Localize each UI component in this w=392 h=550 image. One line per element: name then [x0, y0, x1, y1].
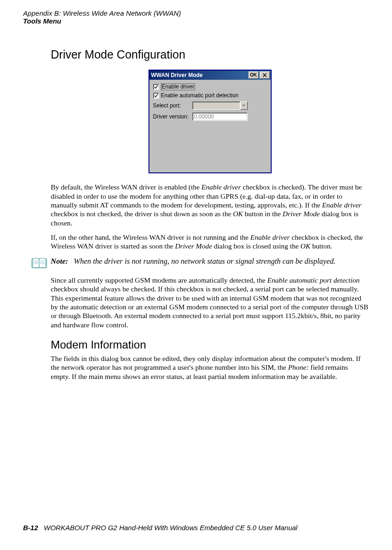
check-icon	[154, 85, 158, 89]
dialog-wwan-driver-mode: WWAN Driver Mode OK Enable driver	[148, 70, 272, 173]
enable-driver-label: Enable driver	[161, 83, 196, 90]
enable-auto-port-checkbox[interactable]	[153, 93, 159, 99]
close-icon	[263, 73, 267, 77]
header-subtitle: Tools Menu	[23, 17, 369, 25]
paragraph-modem-info: The fields in this dialog box cannot be …	[51, 354, 369, 381]
note-text: When the driver is not running, no netwo…	[74, 257, 336, 266]
chevron-down-icon	[242, 105, 245, 106]
paragraph-driver-not-running: If, on the other hand, the Wireless WAN …	[51, 233, 369, 251]
svg-marker-0	[242, 105, 245, 106]
heading-modem-info: Modem Information	[51, 338, 369, 351]
paragraph-driver-default: By default, the Wireless WAN driver is e…	[51, 183, 369, 227]
footer: B-12 WORKABOUT PRO G2 Hand-Held With Win…	[23, 524, 297, 532]
check-icon	[154, 94, 158, 98]
select-port-dropdown[interactable]	[192, 101, 248, 110]
dialog-title: WWAN Driver Mode	[151, 72, 248, 78]
driver-version-value: 0.00000	[192, 112, 248, 121]
paragraph-auto-detect: Since all currently supported GSM modems…	[51, 276, 369, 329]
dialog-close-button[interactable]	[260, 71, 270, 79]
note-label: Note:	[51, 257, 68, 266]
footer-text: WORKABOUT PRO G2 Hand-Held With Windows …	[44, 524, 297, 532]
select-port-label: Select port:	[153, 102, 192, 109]
header-appendix: Appendix B: Wireless Wide Area Network (…	[23, 9, 369, 17]
dropdown-arrow-button[interactable]	[240, 101, 248, 110]
dialog-ok-button[interactable]: OK	[249, 71, 259, 79]
enable-driver-checkbox[interactable]	[153, 84, 159, 90]
note-block: Note: When the driver is not running, no…	[31, 256, 369, 269]
dialog-titlebar: WWAN Driver Mode OK	[149, 71, 271, 80]
driver-version-label: Driver version:	[153, 113, 192, 120]
heading-driver-mode: Driver Mode Configuration	[51, 48, 369, 61]
book-icon	[31, 257, 47, 269]
enable-auto-port-label: Enable automatic port detection	[161, 92, 239, 99]
page-number: B-12	[23, 524, 38, 532]
